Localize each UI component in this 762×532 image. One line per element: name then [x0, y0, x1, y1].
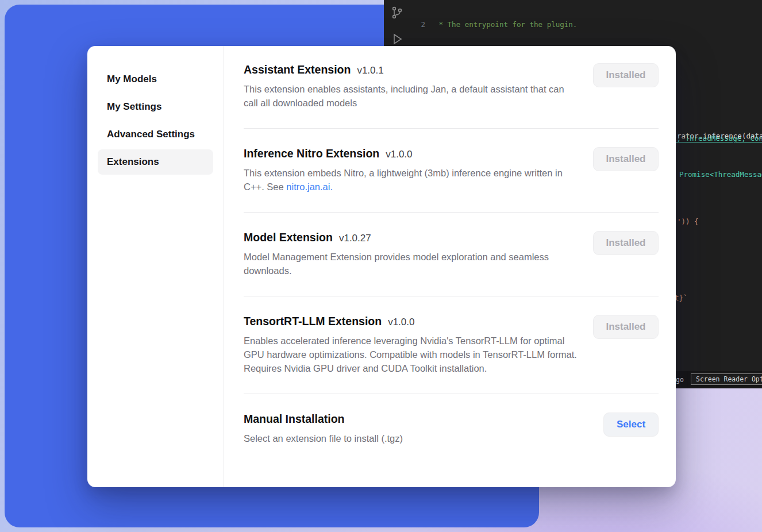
extension-title: Inference Nitro Extension [244, 147, 379, 160]
extension-title-row: Model Extensionv1.0.27 [244, 231, 577, 244]
extension-section: Model Extensionv1.0.27 Model Management … [244, 213, 659, 296]
extension-section: Assistant Extensionv1.0.1 This extension… [244, 63, 659, 129]
code-fragment: t}` [675, 294, 688, 302]
extension-info: Manual Installation Select an extension … [244, 413, 403, 445]
run-debug-icon[interactable] [390, 32, 404, 46]
manual-installation-title: Manual Installation [244, 413, 345, 425]
extension-info: Inference Nitro Extensionv1.0.0 This ext… [244, 147, 577, 194]
extension-info: Assistant Extensionv1.0.1 This extension… [244, 63, 577, 110]
installed-button[interactable]: Installed [593, 315, 659, 339]
extensions-content: Assistant Extensionv1.0.1 This extension… [224, 46, 676, 487]
extension-section: Inference Nitro Extensionv1.0.0 This ext… [244, 129, 659, 213]
settings-modal: My Models My Settings Advanced Settings … [87, 46, 676, 487]
code-text: * The entrypoint for the plugin. [434, 20, 577, 30]
source-control-icon[interactable] [390, 6, 404, 20]
extension-title-row: Assistant Extensionv1.0.1 [244, 63, 577, 76]
extension-section: TensortRT-LLM Extensionv1.0.0 Enables ac… [244, 296, 659, 394]
extension-title-row: Manual Installation [244, 413, 403, 426]
page-background: { "colors": { "panel_blue": "#4568E7", "… [0, 0, 762, 532]
extension-title-row: TensortRT-LLM Extensionv1.0.0 [244, 315, 577, 328]
sidebar-item-advanced-settings[interactable]: Advanced Settings [98, 122, 213, 147]
code-fragment: ')) { [677, 217, 699, 226]
extension-description: This extension embeds Nitro, a lightweig… [244, 166, 577, 194]
extension-description: Model Management Extension provides mode… [244, 250, 577, 277]
screen-reader-chip[interactable]: Screen Reader Optimize [691, 373, 762, 385]
extension-info: TensortRT-LLM Extensionv1.0.0 Enables ac… [244, 315, 577, 375]
extension-title: Model Extension [244, 231, 333, 244]
code-fragment: Promise<ThreadMessage> [679, 170, 762, 179]
line-number: 2 [410, 20, 425, 30]
manual-installation-description: Select an extension file to install (.tg… [244, 431, 403, 445]
extension-version: v1.0.0 [386, 149, 412, 160]
code-fragment: rator.inference(data)); [677, 132, 762, 140]
extension-description: Enables accelerated inference leveraging… [244, 334, 577, 375]
installed-button[interactable]: Installed [593, 63, 659, 87]
sidebar-item-extensions[interactable]: Extensions [98, 149, 213, 175]
extension-info: Model Extensionv1.0.27 Model Management … [244, 231, 577, 277]
code-line: 2 * The entrypoint for the plugin. [410, 20, 762, 30]
nitro-link[interactable]: nitro.jan.ai. [286, 182, 333, 192]
sidebar-item-my-settings[interactable]: My Settings [98, 94, 213, 119]
extension-title-row: Inference Nitro Extensionv1.0.0 [244, 147, 577, 160]
sidebar-item-my-models[interactable]: My Models [98, 67, 213, 92]
select-button[interactable]: Select [603, 413, 659, 437]
settings-sidebar: My Models My Settings Advanced Settings … [87, 46, 224, 487]
installed-button[interactable]: Installed [593, 231, 659, 255]
extension-title: TensortRT-LLM Extension [244, 315, 382, 327]
extension-title: Assistant Extension [244, 63, 351, 76]
manual-installation-section: Manual Installation Select an extension … [244, 394, 659, 464]
extension-version: v1.0.0 [388, 317, 414, 327]
extension-version: v1.0.1 [357, 65, 383, 76]
installed-button[interactable]: Installed [593, 147, 659, 171]
extension-version: v1.0.27 [339, 233, 371, 244]
extension-description: This extension enables assistants, inclu… [244, 82, 577, 110]
status-text: go [676, 376, 684, 384]
